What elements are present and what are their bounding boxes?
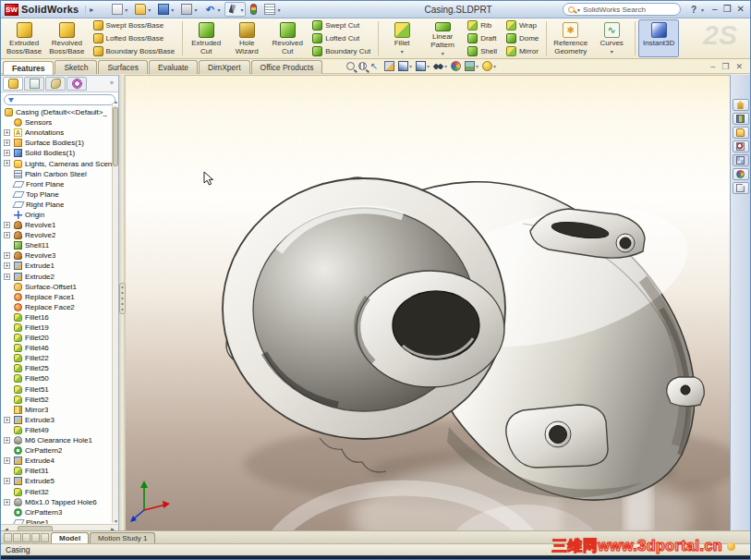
select-button[interactable] bbox=[224, 2, 246, 17]
tree-item[interactable]: + Replace Face1 bbox=[3, 292, 118, 302]
tree-item[interactable]: + Fillet25 bbox=[3, 363, 118, 373]
tree-item[interactable]: + Fillet22 bbox=[3, 353, 118, 363]
swept-cut-button[interactable]: Swept Cut bbox=[310, 19, 372, 31]
tree-item[interactable]: + Extrude5 bbox=[3, 476, 118, 486]
draft-button[interactable]: Draft bbox=[466, 32, 499, 44]
splitter-handle[interactable] bbox=[119, 283, 126, 314]
zoom-to-fit-button[interactable] bbox=[346, 62, 355, 70]
doc-close-button[interactable]: ✕ bbox=[735, 61, 743, 72]
command-tab[interactable]: Features bbox=[3, 61, 54, 75]
tree-item[interactable]: + Top Plane bbox=[3, 189, 118, 200]
tree-item[interactable]: + Plain Carbon Steel bbox=[3, 169, 118, 179]
dropdown-arrow-icon[interactable]: ▾ bbox=[401, 48, 404, 55]
bottom-mount-lug[interactable] bbox=[506, 405, 608, 468]
expand-plus-icon[interactable]: + bbox=[4, 222, 10, 228]
mirror-button[interactable]: Mirror bbox=[504, 45, 540, 57]
wrap-button[interactable]: Wrap bbox=[504, 19, 540, 31]
view-palette-tab[interactable] bbox=[733, 154, 749, 166]
extruded-cut-button[interactable]: ExtrudedCut bbox=[186, 19, 226, 57]
tree-filter-input[interactable] bbox=[4, 94, 115, 105]
tree-item[interactable]: + Sensors bbox=[3, 117, 118, 128]
tree-item[interactable]: + Fillet32 bbox=[3, 486, 118, 496]
curves-button[interactable]: Curves▾ bbox=[591, 19, 632, 57]
tree-item[interactable]: + Plane1 bbox=[3, 517, 118, 524]
open-button[interactable] bbox=[132, 2, 153, 17]
tree-item[interactable]: + Revolve2 bbox=[3, 230, 118, 240]
minimize-button[interactable]: – bbox=[712, 5, 718, 14]
section-view-button[interactable] bbox=[384, 61, 394, 71]
inner-bearing-boss[interactable] bbox=[357, 271, 504, 387]
rebuild-button[interactable] bbox=[248, 2, 260, 17]
tree-item[interactable]: + CirPattern2 bbox=[3, 445, 118, 456]
hide-show-items-button[interactable] bbox=[433, 61, 447, 71]
tree-item[interactable]: + Extrude2 bbox=[3, 272, 118, 282]
expand-plus-icon[interactable]: + bbox=[4, 417, 10, 423]
expand-plus-icon[interactable]: + bbox=[4, 499, 10, 505]
graphics-viewport[interactable] bbox=[126, 75, 730, 534]
propertymanager-tab[interactable] bbox=[24, 77, 44, 91]
undo-button[interactable] bbox=[201, 2, 223, 17]
tree-item[interactable]: + Lights, Cameras and Scen bbox=[3, 158, 118, 168]
study-tab[interactable]: Motion Study 1 bbox=[90, 532, 155, 543]
tree-item[interactable]: + Fillet46 bbox=[3, 343, 118, 353]
command-tab[interactable]: Sketch bbox=[55, 60, 97, 74]
command-tab[interactable]: Office Products bbox=[251, 60, 323, 74]
nav-list-button[interactable] bbox=[41, 533, 49, 542]
options-button[interactable] bbox=[261, 2, 283, 17]
tree-item[interactable]: + Casing (Default<<Default>_ bbox=[3, 107, 118, 117]
tree-item[interactable]: + Revolve1 bbox=[3, 220, 118, 230]
tree-item[interactable]: + Fillet16 bbox=[3, 312, 118, 323]
new-document-button[interactable] bbox=[109, 2, 130, 17]
swept-boss-base-button[interactable]: Swept Boss/Base bbox=[91, 19, 177, 31]
tree-item[interactable]: + Fillet20 bbox=[3, 333, 118, 343]
tree-item[interactable]: + Revolve3 bbox=[3, 250, 118, 261]
help-button[interactable]: ? bbox=[691, 5, 696, 15]
dropdown-arrow-icon[interactable]: ▾ bbox=[442, 50, 444, 56]
dome-button[interactable]: Dome bbox=[504, 32, 540, 44]
restore-button[interactable]: ❐ bbox=[723, 5, 732, 14]
expand-plus-icon[interactable]: + bbox=[4, 262, 10, 269]
tree-item[interactable]: + Surface Bodies(1) bbox=[3, 138, 118, 148]
file-explorer-tab[interactable] bbox=[733, 127, 749, 139]
search-tab[interactable] bbox=[733, 140, 749, 152]
tree-item[interactable]: + Annotations bbox=[3, 128, 118, 138]
tree-item[interactable]: + CirPattern3 bbox=[3, 507, 118, 517]
nav-next-button[interactable] bbox=[22, 533, 30, 542]
help-dropdown-icon[interactable]: ▾ bbox=[701, 6, 704, 13]
apply-scene-button[interactable] bbox=[465, 61, 478, 71]
command-tab[interactable]: Evaluate bbox=[149, 60, 198, 74]
toolbar-expand-arrow-icon[interactable]: ▸ bbox=[85, 6, 97, 14]
tree-item[interactable]: + Fillet52 bbox=[3, 395, 118, 405]
command-tab[interactable]: Surfaces bbox=[98, 60, 148, 74]
expand-plus-icon[interactable]: + bbox=[4, 232, 10, 238]
tree-vscroll-thumb[interactable] bbox=[113, 107, 118, 166]
doc-minimize-button[interactable]: – bbox=[710, 61, 715, 72]
display-style-button[interactable] bbox=[416, 61, 430, 71]
expand-plus-icon[interactable]: + bbox=[4, 478, 10, 484]
tree-item[interactable]: + Fillet31 bbox=[3, 466, 118, 476]
tree-item[interactable]: + Mirror3 bbox=[3, 405, 118, 415]
tree-vertical-scrollbar[interactable]: ▲ ▼ bbox=[112, 105, 118, 523]
expand-plus-icon[interactable]: + bbox=[4, 252, 10, 259]
tree-item[interactable]: + Fillet51 bbox=[3, 384, 118, 395]
tree-item[interactable]: + M6x1.0 Tapped Hole6 bbox=[3, 497, 118, 507]
design-library-tab[interactable] bbox=[733, 113, 749, 125]
expand-plus-icon[interactable]: + bbox=[4, 160, 10, 166]
doc-restore-button[interactable]: ❐ bbox=[721, 61, 729, 72]
previous-view-button[interactable] bbox=[370, 61, 381, 71]
tree-item[interactable]: + Extrude3 bbox=[3, 415, 118, 425]
view-orientation-button[interactable] bbox=[398, 61, 412, 71]
expand-plus-icon[interactable]: + bbox=[4, 274, 10, 280]
dimxpertmanager-tab[interactable] bbox=[67, 77, 87, 91]
edit-appearance-button[interactable] bbox=[451, 61, 461, 71]
scroll-up-icon[interactable]: ▲ bbox=[113, 99, 119, 104]
tree-item[interactable]: + Extrude4 bbox=[3, 456, 118, 466]
tree-item[interactable]: + Extrude1 bbox=[3, 261, 118, 271]
boundary-cut-button[interactable]: Boundary Cut bbox=[310, 45, 372, 57]
solidworks-resources-tab[interactable] bbox=[733, 99, 749, 111]
lofted-cut-button[interactable]: Lofted Cut bbox=[310, 32, 372, 44]
zoom-to-area-button[interactable] bbox=[358, 62, 367, 70]
tree-item[interactable]: + Origin bbox=[3, 210, 118, 220]
nav-last-button[interactable] bbox=[31, 533, 40, 542]
panel-splitter[interactable] bbox=[119, 75, 126, 534]
